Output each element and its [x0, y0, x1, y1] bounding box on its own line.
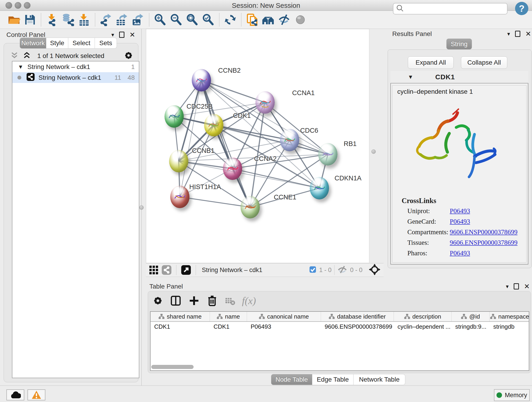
- scrollbar-thumb[interactable]: [151, 365, 194, 369]
- tab-select[interactable]: Select: [68, 38, 95, 49]
- panel-menu-icon[interactable]: ▾: [111, 32, 114, 38]
- tab-node-table[interactable]: Node Table: [271, 374, 312, 385]
- network-node-hist1h1a[interactable]: [170, 186, 190, 208]
- expand-all-button[interactable]: Expand All: [408, 56, 454, 69]
- network-node-ccnb2[interactable]: [192, 69, 211, 91]
- help-button[interactable]: ?: [515, 2, 528, 15]
- import-network-icon[interactable]: [44, 12, 60, 27]
- crosslink-link[interactable]: P06493: [450, 218, 470, 225]
- table-gear-icon[interactable]: [152, 293, 164, 308]
- search-input[interactable]: [404, 5, 501, 13]
- search-box[interactable]: [393, 3, 507, 14]
- collapse-all-button[interactable]: Collapse All: [461, 56, 507, 69]
- network-node-cdc6[interactable]: [280, 129, 299, 151]
- open-folder-icon[interactable]: [6, 12, 22, 27]
- zoom-selected-icon[interactable]: [200, 12, 216, 27]
- show-columns-icon[interactable]: [170, 293, 182, 308]
- duplicate-network-icon[interactable]: [244, 12, 260, 27]
- network-collection-row[interactable]: ▼ String Network – cdk1 1: [12, 61, 139, 72]
- delete-table-icon[interactable]: [224, 293, 236, 308]
- tab-network-table[interactable]: Network Table: [354, 374, 405, 385]
- hidden-eye-icon[interactable]: [337, 265, 347, 274]
- table-cell[interactable]: CDK1: [210, 323, 247, 330]
- tab-sets[interactable]: Sets: [95, 38, 117, 49]
- crosslink-label: Uniprot:: [407, 207, 430, 215]
- hide-selected-icon[interactable]: [276, 12, 292, 27]
- table-close-icon[interactable]: ✕: [524, 282, 530, 290]
- results-float-icon[interactable]: [515, 31, 520, 37]
- table-cell[interactable]: P06493: [247, 323, 321, 330]
- left-splitter-handle[interactable]: [139, 205, 144, 210]
- delete-column-icon[interactable]: [206, 293, 218, 308]
- column-header-database-identifier[interactable]: database identifier: [321, 312, 394, 321]
- tree-expander-icon[interactable]: ▼: [18, 64, 23, 70]
- network-node-cdkn1a[interactable]: [310, 177, 329, 199]
- first-neighbors-icon[interactable]: [260, 12, 276, 27]
- network-node-rb1[interactable]: [318, 143, 337, 166]
- crosslink-link[interactable]: 9606.ENSP00000378699: [450, 239, 518, 246]
- crosslink-link[interactable]: P06493: [450, 249, 470, 257]
- export-view-icon[interactable]: [180, 263, 192, 277]
- tab-string[interactable]: String: [446, 38, 472, 50]
- column-header-description[interactable]: description: [394, 312, 452, 321]
- warning-status-button[interactable]: [27, 389, 45, 400]
- function-builder-icon[interactable]: f(x): [242, 295, 256, 307]
- zoom-in-icon[interactable]: [152, 12, 168, 27]
- tab-edge-table[interactable]: Edge Table: [312, 374, 354, 385]
- tab-network[interactable]: Network: [20, 38, 46, 49]
- results-menu-icon[interactable]: ▾: [507, 31, 510, 37]
- refresh-icon[interactable]: [222, 12, 238, 27]
- network-node-ccna2[interactable]: [223, 157, 242, 180]
- table-horizontal-scrollbar[interactable]: [151, 365, 528, 369]
- network-view-toolbar: String Network – cdk1 1 - 0 0 - 0: [146, 263, 384, 277]
- save-icon[interactable]: [22, 12, 38, 27]
- results-close-icon[interactable]: ✕: [525, 30, 531, 38]
- network-node-ccna1[interactable]: [255, 91, 275, 114]
- fit-crosshair-icon[interactable]: [369, 264, 380, 276]
- export-network-icon[interactable]: [98, 12, 114, 27]
- column-header-shared-name[interactable]: shared name: [151, 312, 210, 321]
- memory-button[interactable]: Memory: [494, 389, 530, 401]
- vertical-splitter[interactable]: [369, 29, 378, 277]
- string-badge-icon[interactable]: [160, 263, 173, 277]
- create-column-icon[interactable]: [188, 293, 200, 308]
- export-image-icon[interactable]: [130, 12, 146, 27]
- selected-checkbox-icon[interactable]: [309, 266, 317, 274]
- network-row[interactable]: String Network – cdk1 11 48: [12, 72, 139, 83]
- zoom-fit-icon[interactable]: [184, 12, 200, 27]
- import-database-icon[interactable]: [60, 12, 76, 27]
- float-panel-icon[interactable]: [119, 32, 124, 38]
- close-panel-icon[interactable]: ✕: [129, 31, 135, 39]
- table-float-icon[interactable]: [514, 283, 519, 289]
- network-node-cdk1[interactable]: [204, 114, 223, 136]
- export-table-icon[interactable]: [114, 12, 130, 27]
- table-cell[interactable]: cyclin–dependent ...: [394, 323, 452, 330]
- birds-eye-grid-icon[interactable]: [147, 263, 160, 277]
- network-node-ccne1[interactable]: [241, 196, 260, 218]
- column-header-canonical-name[interactable]: canonical name: [247, 312, 321, 321]
- vertical-splitter-handle[interactable]: [371, 149, 376, 154]
- table-cell[interactable]: stringdb:9...: [452, 323, 490, 330]
- table-cell[interactable]: CDK1: [151, 323, 210, 330]
- column-header--id[interactable]: @id: [452, 312, 490, 321]
- network-node-ccnb1[interactable]: [169, 150, 188, 172]
- crosslink-link[interactable]: P06493: [450, 207, 470, 215]
- cloud-status-button[interactable]: [6, 389, 24, 400]
- gene-header-row[interactable]: ▼ CDK1: [390, 71, 528, 83]
- zoom-out-icon[interactable]: [168, 12, 184, 27]
- tab-style[interactable]: Style: [46, 38, 68, 49]
- show-all-icon[interactable]: [292, 12, 308, 27]
- column-header-name[interactable]: name: [210, 312, 247, 321]
- network-canvas[interactable]: CCNB2CCNA1CDC25BCDK1CDC6RB1CCNB1CCNA2CDK…: [146, 29, 369, 263]
- import-table-icon[interactable]: [76, 12, 92, 27]
- table-cell[interactable]: stringdb: [490, 323, 529, 330]
- table-menu-icon[interactable]: ▾: [506, 283, 509, 290]
- table-cell[interactable]: 9606.ENSP00000378699: [321, 323, 394, 330]
- column-header-namespace[interactable]: namespace: [490, 312, 529, 321]
- crosslink-link[interactable]: 9606.ENSP00000378699: [450, 228, 518, 236]
- search-icon: [396, 4, 404, 13]
- network-options-gear-icon[interactable]: [124, 51, 133, 61]
- gene-expander-icon[interactable]: ▼: [408, 74, 413, 80]
- horizontal-splitter[interactable]: [142, 277, 532, 282]
- network-node-cdc25b[interactable]: [165, 105, 184, 128]
